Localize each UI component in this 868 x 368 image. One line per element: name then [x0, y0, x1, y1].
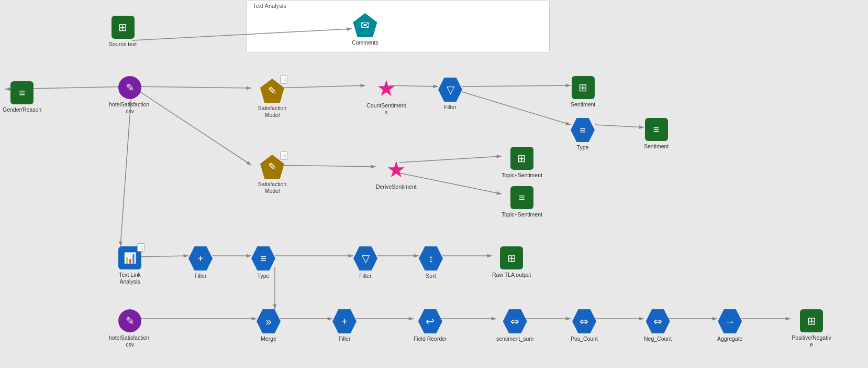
- node-type1[interactable]: ≡Type: [571, 118, 595, 151]
- countSentiments-icon: ★: [374, 76, 398, 100]
- node-sentiment2[interactable]: ≡Sentiment: [644, 118, 669, 150]
- hotelSatisfactionCSV2-label: hotelSatisfaction.csv: [109, 334, 151, 348]
- aggregate-label: Aggregate: [717, 335, 742, 342]
- svg-marker-25: [496, 191, 502, 195]
- negCount-icon: ⇔: [646, 309, 670, 333]
- filter2-label: Filter: [359, 273, 371, 279]
- svg-marker-9: [119, 241, 123, 246]
- type1-icon: ≡: [571, 118, 595, 142]
- node-topicSentiment2[interactable]: ≡Topic+Sentiment: [502, 186, 542, 218]
- genderReason-label: Gender/Reason: [3, 106, 41, 113]
- node-satisfactionModel1[interactable]: 📄✎Satisfaction Model: [251, 79, 293, 118]
- node-merge[interactable]: »Merge: [257, 309, 281, 342]
- node-filter1[interactable]: ▽Filter: [438, 78, 462, 111]
- text-analysis-box: Text Analysis: [246, 0, 550, 52]
- svg-marker-27: [184, 254, 188, 258]
- node-sentiment1[interactable]: ⊞Sentiment: [571, 76, 595, 108]
- node-positiveNegative[interactable]: ⊞Positive/Negative: [791, 309, 832, 348]
- filter2-icon: ▽: [353, 246, 377, 270]
- svg-marker-51: [713, 317, 717, 321]
- filler2-label: Filler: [339, 335, 351, 342]
- svg-marker-23: [496, 155, 502, 158]
- topicSentiment1-icon: ⊞: [510, 147, 533, 170]
- sourceText-label: Source text: [109, 41, 137, 48]
- sentiment2-icon: ≡: [645, 118, 668, 141]
- node-sourceText[interactable]: ⊞Source text: [109, 16, 137, 48]
- node-countSentiments[interactable]: ★CountSentiments: [365, 76, 407, 115]
- positiveNegative-icon: ⊞: [800, 309, 823, 332]
- deriveSentiment-label: DeriveSentiment: [376, 183, 417, 190]
- comments-icon: ✉: [353, 13, 377, 37]
- svg-marker-13: [433, 84, 438, 88]
- genderReason-icon: ≡: [10, 81, 34, 104]
- node-filter2[interactable]: ▽Filter: [353, 246, 377, 279]
- filler1-icon: +: [188, 246, 213, 270]
- node-negCount[interactable]: ⇔Neg_Count: [644, 309, 672, 342]
- hotelSatisfactionCSV1-label: hotelSatisfaction.csv: [109, 101, 151, 114]
- svg-marker-19: [639, 125, 644, 129]
- type2-label: Type: [258, 273, 270, 279]
- svg-marker-47: [566, 317, 571, 321]
- node-topicSentiment1[interactable]: ⊞Topic+Sentiment: [502, 147, 542, 179]
- topicSentiment1-label: Topic+Sentiment: [502, 172, 542, 179]
- svg-marker-17: [565, 122, 571, 125]
- node-filler2[interactable]: +Filler: [332, 309, 357, 342]
- type1-label: Type: [577, 144, 589, 151]
- aggregate-icon: →: [718, 309, 742, 333]
- topicSentiment2-icon: ≡: [510, 186, 533, 209]
- node-hotelSatisfactionCSV1[interactable]: ✎hotelSatisfaction.csv: [109, 76, 151, 114]
- filter1-icon: ▽: [438, 78, 462, 102]
- svg-marker-7: [246, 161, 251, 165]
- hotelSatisfactionCSV1-icon: ✎: [118, 76, 141, 99]
- svg-line-16: [462, 92, 571, 125]
- node-genderReason[interactable]: ≡Gender/Reason: [3, 81, 41, 113]
- node-deriveSentiment[interactable]: ★DeriveSentiment: [376, 157, 417, 190]
- node-filler1[interactable]: +Filler: [188, 246, 213, 279]
- negCount-label: Neg_Count: [644, 335, 672, 342]
- node-sort[interactable]: ↕Sort: [419, 246, 443, 279]
- sentimentSum-label: sentiment_sum: [496, 335, 533, 342]
- fieldReorder-label: Field Reorder: [414, 335, 447, 342]
- svg-marker-45: [492, 317, 496, 321]
- posCount-label: Pos_Count: [571, 335, 598, 342]
- node-posCount[interactable]: ⇔Pos_Count: [571, 309, 598, 342]
- node-satisfactionModel2[interactable]: 📄✎Satisfaction Model: [251, 155, 293, 194]
- svg-marker-37: [273, 305, 277, 309]
- positiveNegative-label: Positive/Negative: [791, 334, 832, 348]
- workflow-canvas: Text Analysis ⊞Source text✉Comments≡Gend…: [0, 0, 868, 368]
- satisfactionModel1-label: Satisfaction Model: [251, 105, 293, 118]
- node-type2[interactable]: ≡Type: [251, 246, 275, 279]
- type2-icon: ≡: [251, 246, 275, 270]
- svg-marker-11: [361, 84, 365, 88]
- node-fieldReorder[interactable]: ↩Field Reorder: [414, 309, 447, 342]
- fieldReorder-icon: ↩: [418, 309, 442, 333]
- node-sentimentSum[interactable]: ⇔sentiment_sum: [496, 309, 533, 342]
- comments-label: Comments: [352, 39, 379, 46]
- merge-label: Merge: [261, 335, 276, 342]
- merge-icon: »: [257, 309, 281, 333]
- topicSentiment2-label: Topic+Sentiment: [502, 211, 542, 218]
- text-analysis-label: Text Analysis: [253, 3, 286, 9]
- hotelSatisfactionCSV2-icon: ✎: [118, 309, 141, 332]
- rawTLAOutput-icon: ⊞: [500, 246, 523, 269]
- svg-marker-53: [786, 317, 791, 321]
- posCount-icon: ⇔: [572, 309, 596, 333]
- sourceText-icon: ⊞: [112, 16, 135, 39]
- svg-marker-33: [414, 254, 419, 258]
- svg-marker-5: [247, 86, 251, 90]
- node-textLinkAnalysis[interactable]: 📄📊Text Link Analysis: [109, 246, 151, 285]
- svg-line-18: [595, 125, 644, 127]
- svg-marker-15: [566, 84, 571, 88]
- rawTLAOutput-label: Raw TLA output: [492, 272, 531, 278]
- node-aggregate[interactable]: →Aggregate: [717, 309, 742, 342]
- svg-marker-49: [639, 317, 644, 321]
- svg-marker-21: [371, 165, 376, 168]
- svg-marker-29: [247, 254, 251, 258]
- filter1-label: Filter: [444, 104, 456, 111]
- node-comments[interactable]: ✉Comments: [352, 13, 379, 46]
- sentiment1-icon: ⊞: [572, 76, 595, 99]
- sort-label: Sort: [426, 273, 436, 279]
- node-rawTLAOutput[interactable]: ⊞Raw TLA output: [492, 246, 531, 278]
- filler1-label: Filler: [195, 273, 207, 279]
- node-hotelSatisfactionCSV2[interactable]: ✎hotelSatisfaction.csv: [109, 309, 151, 348]
